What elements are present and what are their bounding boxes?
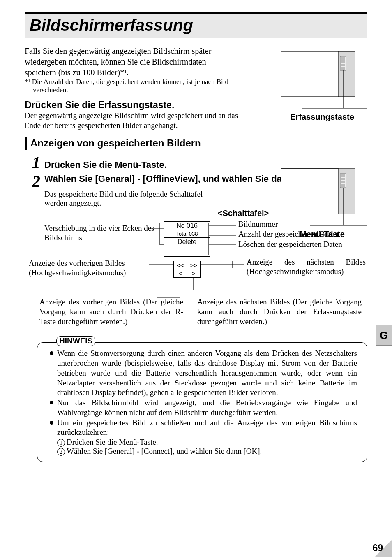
page-title-bar: Bildschirmerfassung: [25, 12, 367, 38]
side-tab: G: [376, 325, 392, 346]
section-header: Anzeigen von gespeicherten Bildern: [25, 137, 226, 150]
label-next-fast: Anzeige des nächsten Bildes (Hochgeschwi…: [247, 258, 366, 276]
label-next-below: Anzeige des nächsten Bildes (Der gleiche…: [197, 297, 362, 326]
svg-rect-5: [341, 64, 345, 66]
note-item: Um ein gespeichertes Bild zu schließen u…: [50, 418, 357, 438]
svg-rect-3: [341, 57, 345, 60]
page-number: 69: [372, 543, 383, 554]
panel-image-number: No 016: [164, 222, 210, 230]
step-title: Wählen Sie [Genaral] - [OfflineView], un…: [44, 173, 318, 185]
nav-next: >: [187, 269, 201, 277]
panel-nav-box: << >> < >: [173, 261, 201, 278]
nav-fast-next: >>: [187, 261, 201, 269]
svg-rect-15: [341, 184, 345, 187]
svg-rect-10: [281, 169, 339, 214]
label-image-number: Bildnummer: [238, 220, 278, 229]
step-number: 2: [32, 173, 40, 190]
nav-prev: <: [174, 269, 187, 277]
panel-box: No 016 Total 038 Delete: [164, 221, 210, 257]
panel-delete: Delete: [164, 238, 210, 246]
step-number: 1: [32, 154, 40, 171]
svg-rect-13: [341, 178, 345, 180]
label-prev-below: Anzeige des vorherigen Bildes (Der gleic…: [39, 297, 183, 326]
nav-fast-prev: <<: [174, 261, 187, 269]
svg-rect-1: [281, 51, 339, 97]
step-2-body: Das gespeicherte Bild und die folgende S…: [44, 190, 225, 208]
note-label: HINWEIS: [56, 336, 95, 346]
note-item: Nur das Bildschirmbild wird angezeigt, u…: [50, 398, 357, 418]
note-item: Wenn die Stromversorgung durch einen and…: [50, 348, 357, 397]
svg-rect-14: [341, 181, 345, 183]
figure-caption-capture: Erfassungstaste: [277, 112, 367, 122]
note-substep-text: Drücken Sie die Menü-Taste.: [67, 438, 158, 446]
label-total-count: Anzahl der gespeicherten Bilder: [238, 230, 339, 239]
svg-rect-12: [341, 174, 345, 177]
panel-total: Total 038: [164, 230, 210, 238]
svg-rect-4: [341, 60, 345, 63]
device-illustration-icon: [277, 47, 367, 109]
note-substep-text: Wählen Sie [General] - [Connect], und wä…: [67, 447, 262, 455]
circled-2-icon: 2: [57, 448, 65, 456]
label-prev-fast: Anzeige des vorherigen Bildes (Hochgesch…: [29, 259, 164, 278]
page-title: Bildschirmerfassung: [30, 16, 362, 35]
footnote: *¹ Die Anzahl der Daten, die gespeichert…: [33, 78, 247, 95]
schalttafel-diagram: No 016 Total 038 Delete << >> < > Versch…: [25, 220, 367, 339]
circled-1-icon: 1: [57, 439, 65, 447]
press-body: Der gegenwärtig angezeigte Bildschirm wi…: [25, 111, 238, 130]
note-substep-2: 2Wählen Sie [General] - [Connect], und w…: [57, 447, 357, 456]
device-illustration-icon: [277, 165, 367, 226]
svg-rect-6: [341, 67, 345, 70]
label-corner-shift: Verschiebung in die vier Ecken des Bilds…: [44, 224, 155, 243]
label-delete: Löschen der gespeicherten Daten: [238, 240, 342, 249]
note-substep-1: 1Drücken Sie die Menü-Taste.: [57, 438, 357, 447]
step-title: Drücken Sie die Menü-Taste.: [44, 160, 167, 170]
intro-paragraph: Falls Sie den gegenwärtig angezeigten Bi…: [25, 46, 238, 78]
note-box: HINWEIS Wenn die Stromversorgung durch e…: [37, 342, 367, 462]
figure-capture-button: Erfassungstaste: [277, 47, 367, 122]
